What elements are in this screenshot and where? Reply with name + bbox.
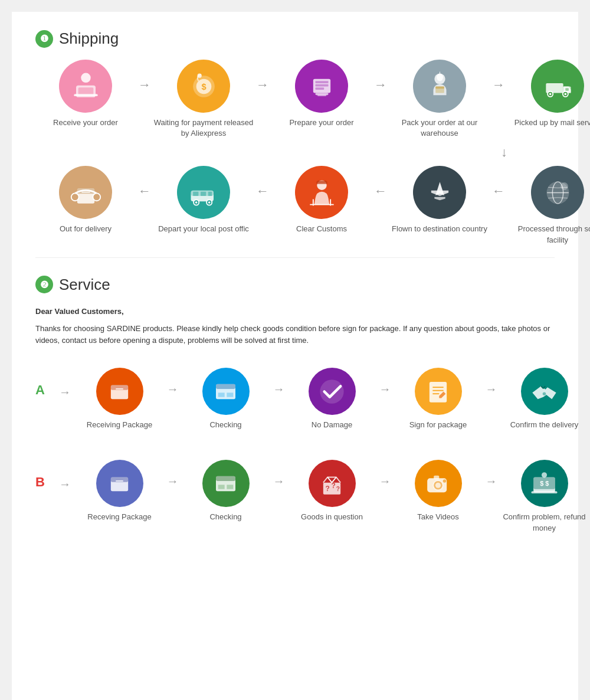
a-nodamage-icon — [309, 368, 356, 415]
arrow-r2-2: ← — [254, 166, 271, 199]
service-section: ❷ Service Dear Valued Customers, Thanks … — [35, 276, 555, 539]
customs-icon — [295, 166, 348, 219]
svg-point-59 — [543, 392, 546, 395]
service-section-header: ❷ Service — [35, 276, 555, 294]
svg-point-28 — [71, 193, 78, 201]
svg-point-15 — [437, 73, 443, 81]
b-label-0: Receving Package — [87, 512, 151, 522]
flow-label-delivery: Out for delivery — [60, 224, 112, 234]
b-question-icon: ? ? ? — [309, 460, 356, 507]
svg-rect-20 — [565, 88, 569, 91]
svg-point-0 — [81, 73, 91, 82]
svg-rect-41 — [317, 180, 326, 182]
service-intro-text: Thanks for choosing SARDINE products. Pl… — [35, 323, 555, 348]
scenario-a-label: A — [35, 368, 53, 398]
scenario-a-row: A → Receiving Package → — [35, 362, 555, 436]
svg-rect-32 — [193, 192, 198, 196]
arrow-3: → — [372, 60, 389, 93]
svg-point-29 — [93, 193, 100, 201]
b-label-4: Confirm problem, refund money — [499, 512, 590, 533]
svg-point-7 — [197, 73, 201, 77]
arrow-2: → — [254, 60, 271, 93]
sb-arrow-0: → — [165, 460, 180, 488]
a-receiving-icon — [96, 368, 143, 415]
scenario-b-item-4: $ $ Confirm problem, refund money — [499, 460, 590, 533]
flow-item-receive: Receive your order — [35, 60, 136, 128]
svg-point-73 — [443, 479, 447, 483]
sa-arrow-0: → — [165, 368, 180, 396]
svg-point-37 — [195, 201, 197, 204]
flow-item-prepare: Prepare your order — [271, 60, 372, 128]
flow-item-pack: Pack your order at our warehouse — [389, 60, 490, 139]
flown-icon — [413, 166, 466, 219]
service-intro-bold: Dear Valued Customers, — [35, 306, 555, 318]
a-label-3: Sign for package — [409, 420, 467, 430]
svg-text:?: ? — [326, 485, 330, 493]
down-arrow: ↓ — [35, 145, 555, 160]
pickup-icon — [531, 60, 584, 113]
flow-label-receive: Receive your order — [53, 117, 118, 128]
a-confirm-icon — [521, 368, 568, 415]
shipping-title: Shipping — [59, 30, 119, 48]
arrow-1: → — [136, 60, 153, 93]
scenario-b-item-2: ? ? ? Goods in question — [286, 460, 378, 522]
svg-text:$: $ — [201, 82, 206, 91]
scenario-a-item-1: Checking — [180, 368, 271, 430]
flow-item-payment: $ Waiting for payment released by Aliexp… — [153, 60, 254, 139]
scenario-a-item-2: No Damage — [286, 368, 378, 430]
svg-rect-34 — [208, 192, 211, 196]
shipping-number: ❶ — [35, 30, 53, 48]
a-label-1: Checking — [209, 420, 241, 430]
sb-arrow-1: → — [271, 460, 286, 488]
svg-rect-13 — [315, 87, 324, 90]
sort-icon — [531, 166, 584, 219]
svg-rect-3 — [74, 94, 97, 96]
pack-icon — [413, 60, 466, 113]
b-checking-icon — [202, 460, 250, 507]
b-label-1: Checking — [209, 512, 241, 522]
b-label-3: Take Videos — [417, 512, 459, 522]
a-sign-icon — [415, 368, 462, 415]
svg-point-48 — [560, 182, 568, 190]
shipping-section-header: ❶ Shipping — [35, 30, 555, 48]
delivery-icon — [59, 166, 112, 219]
flow-label-customs: Clear Customs — [296, 224, 347, 234]
service-title: Service — [59, 276, 110, 294]
scenario-b-arrow: → — [59, 460, 71, 491]
svg-text:$: $ — [545, 480, 549, 487]
svg-point-24 — [564, 93, 566, 95]
arrow-r2-1: ← — [136, 166, 153, 199]
svg-rect-17 — [435, 86, 444, 89]
svg-rect-75 — [533, 477, 555, 489]
svg-rect-10 — [317, 94, 326, 96]
shipping-row-1: Receive your order → $ Waiting for payme… — [35, 60, 555, 139]
scenario-a-items: Receiving Package → Checking → — [74, 368, 590, 430]
svg-point-38 — [208, 201, 210, 204]
a-checking-icon — [202, 368, 250, 415]
flow-label-prepare: Prepare your order — [289, 117, 353, 128]
scenario-a-item-3: Sign for package — [392, 368, 484, 430]
flow-item-sort: Processed through sort facility — [507, 166, 590, 245]
svg-rect-2 — [78, 87, 93, 95]
scenario-b-item-1: Checking — [180, 460, 271, 522]
b-label-2: Goods in question — [301, 512, 363, 522]
brand-name: SARDINE — [107, 324, 141, 333]
svg-rect-62 — [116, 480, 123, 482]
svg-rect-11 — [315, 81, 328, 83]
flow-label-depart: Depart your local post offic — [158, 224, 249, 234]
svg-text:$: $ — [540, 480, 543, 487]
flow-item-customs: Clear Customs — [271, 166, 372, 234]
b-confirm-icon: $ $ — [521, 460, 568, 507]
flow-label-pickup: Picked up by mail service — [514, 117, 590, 128]
flow-item-flown: Flown to destination country — [389, 166, 490, 234]
svg-rect-33 — [201, 192, 206, 196]
svg-point-23 — [549, 93, 551, 95]
depart-icon — [177, 166, 230, 219]
a-label-0: Receiving Package — [87, 420, 152, 430]
svg-rect-72 — [434, 476, 439, 479]
svg-text:?: ? — [332, 482, 336, 490]
flow-label-payment: Waiting for payment released by Aliexpre… — [153, 117, 254, 139]
scenario-a-arrow: → — [59, 368, 71, 399]
scenario-b-item-0: Receving Package — [74, 460, 165, 522]
scenario-b-item-3: Take Videos — [392, 460, 484, 522]
